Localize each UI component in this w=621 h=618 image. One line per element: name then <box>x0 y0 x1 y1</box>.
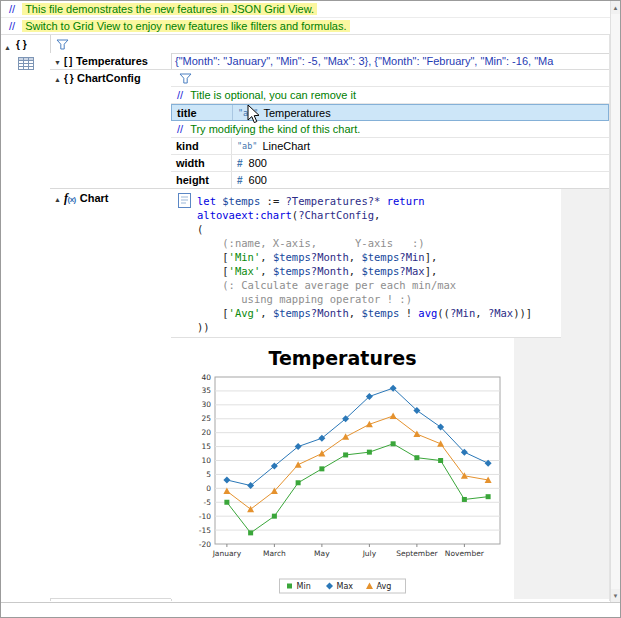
empty-cell-area <box>514 338 609 599</box>
kind-value: LineChart <box>262 140 310 152</box>
svg-text:Avg: Avg <box>377 582 392 591</box>
svg-text:Temperatures: Temperatures <box>269 347 417 369</box>
comment-row-1[interactable]: // This file demonstrates the new featur… <box>1 1 610 18</box>
title-key[interactable]: title <box>172 107 232 119</box>
number-type-icon: # <box>237 175 243 186</box>
svg-text:10: 10 <box>201 456 211 465</box>
key-label: Chart <box>80 192 109 204</box>
scroll-down-button[interactable]: ▼ <box>611 589 620 602</box>
width-key[interactable]: width <box>171 157 231 169</box>
comment-marker: // <box>177 89 183 101</box>
kind-value-cell[interactable]: "ab" LineChart <box>231 138 609 154</box>
empty-cell-area <box>561 189 609 338</box>
svg-text:Max: Max <box>337 582 354 591</box>
root-filter-icon[interactable] <box>56 39 69 50</box>
title-value: Temperatures <box>263 107 330 119</box>
array-type-icon: [ ] <box>64 56 72 67</box>
chartconfig-comment-row-2[interactable]: // Try modifying the kind of this chart. <box>171 121 609 138</box>
vertical-scrollbar[interactable]: ▲ ▼ <box>610 1 620 602</box>
svg-text:March: March <box>263 549 286 558</box>
filter-icon[interactable] <box>179 73 192 84</box>
row-width[interactable]: width # 800 <box>171 155 609 172</box>
kind-key[interactable]: kind <box>171 140 231 152</box>
svg-text:30: 30 <box>201 400 211 409</box>
svg-text:Min: Min <box>297 582 311 591</box>
svg-text:July: July <box>362 549 377 558</box>
object-type-icon: { } <box>64 73 73 84</box>
string-type-icon: "ab" <box>238 108 258 118</box>
svg-text:-15: -15 <box>199 526 211 535</box>
svg-text:35: 35 <box>201 386 211 395</box>
formula-type-icon: f(x) <box>64 193 76 204</box>
comment-row-2[interactable]: // Switch to Grid View to enjoy new feat… <box>1 18 610 35</box>
chartconfig-comment-row-1[interactable]: // Title is optional, you can remove it <box>171 87 609 104</box>
horizontal-scrollbar-area[interactable] <box>1 602 621 618</box>
width-value-cell[interactable]: # 800 <box>231 155 609 171</box>
height-value: 600 <box>249 174 267 186</box>
svg-text:25: 25 <box>201 414 211 423</box>
formula-code[interactable]: let $temps := ?Temperatures?* returnalto… <box>197 194 532 334</box>
scroll-up-button[interactable]: ▲ <box>611 1 620 14</box>
chartconfig-filter-row[interactable] <box>171 70 609 87</box>
formula-cell[interactable]: let $temps := ?Temperatures?* returnalto… <box>171 189 561 338</box>
comment-marker: // <box>177 123 183 135</box>
comment-marker: // <box>9 20 15 32</box>
json-grid-view-window: // This file demonstrates the new featur… <box>0 0 621 618</box>
row-chartconfig-key[interactable]: ▲{ }ChartConfig <box>50 70 171 189</box>
svg-text:-10: -10 <box>199 512 211 521</box>
string-type-icon: "ab" <box>237 141 257 151</box>
row-temperatures-value[interactable]: {"Month": "January", "Min": -5, "Max": 3… <box>171 53 609 70</box>
expander-icon[interactable]: ▼ <box>54 59 64 66</box>
svg-text:20: 20 <box>201 428 211 437</box>
title-value-cell[interactable]: "ab" Temperatures <box>232 105 608 120</box>
comment-text: This file demonstrates the new features … <box>22 3 317 15</box>
root-expander-icon[interactable]: ▲ <box>4 40 14 52</box>
svg-text:January: January <box>212 549 242 558</box>
svg-text:15: 15 <box>201 442 211 451</box>
row-temperatures-key[interactable]: ▼[ ]Temperatures <box>50 53 171 70</box>
svg-text:40: 40 <box>201 373 211 382</box>
svg-text:0: 0 <box>206 484 211 493</box>
table-view-icon[interactable] <box>18 57 34 70</box>
row-title[interactable]: title "ab" Temperatures <box>171 104 609 121</box>
svg-text:5: 5 <box>206 470 211 479</box>
svg-text:-20: -20 <box>199 540 211 549</box>
formula-icon <box>178 193 191 208</box>
expander-icon[interactable]: ▲ <box>54 76 64 83</box>
expander-icon[interactable]: ▲ <box>54 196 64 203</box>
comment-text: Title is optional, you can remove it <box>190 89 356 101</box>
key-label: ChartConfig <box>77 72 141 84</box>
svg-text:-5: -5 <box>204 498 212 507</box>
chart-svg: Temperatures-20-15-10-50510152025303540J… <box>172 341 513 596</box>
row-height[interactable]: height # 600 <box>171 172 609 189</box>
svg-text:May: May <box>314 549 330 558</box>
number-type-icon: # <box>237 158 243 169</box>
chart-result-cell[interactable]: Temperatures-20-15-10-50510152025303540J… <box>171 338 514 599</box>
root-object-type-icon: { } <box>16 39 27 50</box>
row-chart-key[interactable]: ▲f(x)Chart <box>50 189 171 599</box>
width-value: 800 <box>249 157 267 169</box>
height-key[interactable]: height <box>171 174 231 186</box>
key-label: Temperatures <box>76 55 148 67</box>
svg-text:September: September <box>396 549 438 558</box>
row-kind[interactable]: kind "ab" LineChart <box>171 138 609 155</box>
comment-text: Switch to Grid View to enjoy new feature… <box>22 20 349 32</box>
comment-text: Try modifying the kind of this chart. <box>190 123 360 135</box>
height-value-cell[interactable]: # 600 <box>231 172 609 188</box>
comment-marker: // <box>9 3 15 15</box>
svg-text:November: November <box>445 549 485 558</box>
